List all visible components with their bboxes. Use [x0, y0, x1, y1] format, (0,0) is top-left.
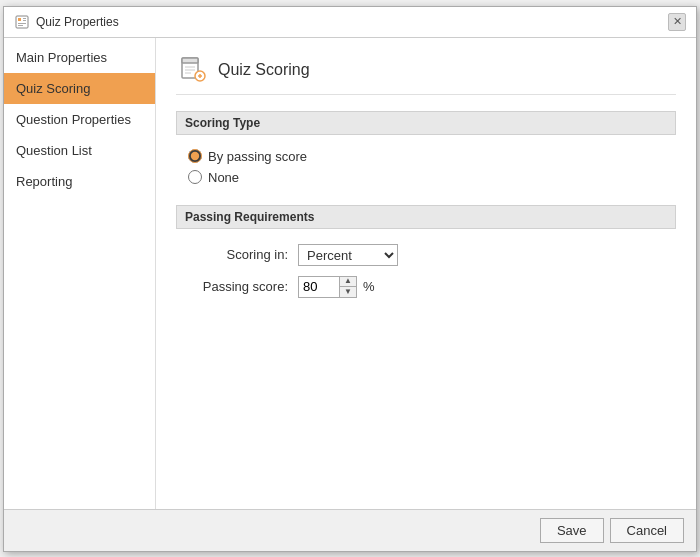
scoring-type-section: Scoring Type By passing score None	[176, 111, 676, 189]
main-panel: Quiz Scoring Scoring Type By passing sco…	[156, 38, 696, 509]
title-bar: Quiz Properties ✕	[4, 7, 696, 38]
sidebar-item-reporting[interactable]: Reporting	[4, 166, 155, 197]
passing-score-input[interactable]	[299, 277, 339, 297]
scoring-in-select[interactable]: Percent Points	[298, 244, 398, 266]
sidebar-item-quiz-scoring[interactable]: Quiz Scoring	[4, 73, 155, 104]
panel-header: Quiz Scoring	[176, 54, 676, 95]
svg-rect-7	[182, 58, 198, 63]
panel-icon	[176, 54, 208, 86]
scoring-type-header: Scoring Type	[176, 111, 676, 135]
passing-requirements-header: Passing Requirements	[176, 205, 676, 229]
svg-rect-4	[18, 23, 26, 24]
passing-score-control: ▲ ▼ %	[298, 276, 375, 298]
sidebar: Main Properties Quiz Scoring Question Pr…	[4, 38, 156, 509]
window-title: Quiz Properties	[36, 15, 119, 29]
scoring-in-row: Scoring in: Percent Points	[176, 239, 676, 271]
sidebar-item-question-list[interactable]: Question List	[4, 135, 155, 166]
close-button[interactable]: ✕	[668, 13, 686, 31]
spinner-up-button[interactable]: ▲	[340, 277, 356, 287]
save-button[interactable]: Save	[540, 518, 604, 543]
content-area: Main Properties Quiz Scoring Question Pr…	[4, 38, 696, 509]
cancel-button[interactable]: Cancel	[610, 518, 684, 543]
svg-rect-0	[16, 16, 28, 28]
scoring-in-control: Percent Points	[298, 244, 398, 266]
quiz-properties-window: Quiz Properties ✕ Main Properties Quiz S…	[3, 6, 697, 552]
passing-requirements-section: Passing Requirements Scoring in: Percent…	[176, 205, 676, 303]
radio-by-passing-score[interactable]: By passing score	[188, 149, 664, 164]
radio-by-passing-score-label: By passing score	[208, 149, 307, 164]
radio-none[interactable]: None	[188, 170, 664, 185]
svg-rect-2	[23, 18, 26, 19]
window-icon	[14, 14, 30, 30]
scoring-type-radio-group: By passing score None	[176, 145, 676, 189]
passing-score-row: Passing score: ▲ ▼ %	[176, 271, 676, 303]
panel-title: Quiz Scoring	[218, 61, 310, 79]
spinner-buttons: ▲ ▼	[339, 277, 356, 297]
radio-by-passing-score-input[interactable]	[188, 149, 202, 163]
footer: Save Cancel	[4, 509, 696, 551]
svg-rect-3	[23, 20, 26, 21]
radio-none-input[interactable]	[188, 170, 202, 184]
sidebar-item-question-properties[interactable]: Question Properties	[4, 104, 155, 135]
svg-rect-5	[18, 25, 23, 26]
sidebar-item-main-properties[interactable]: Main Properties	[4, 42, 155, 73]
passing-score-input-wrapper: ▲ ▼	[298, 276, 357, 298]
scoring-in-label: Scoring in:	[188, 247, 288, 262]
radio-none-label: None	[208, 170, 239, 185]
passing-score-label: Passing score:	[188, 279, 288, 294]
svg-rect-1	[18, 18, 21, 21]
percent-symbol: %	[363, 279, 375, 294]
title-bar-left: Quiz Properties	[14, 14, 119, 30]
spinner-down-button[interactable]: ▼	[340, 286, 356, 297]
